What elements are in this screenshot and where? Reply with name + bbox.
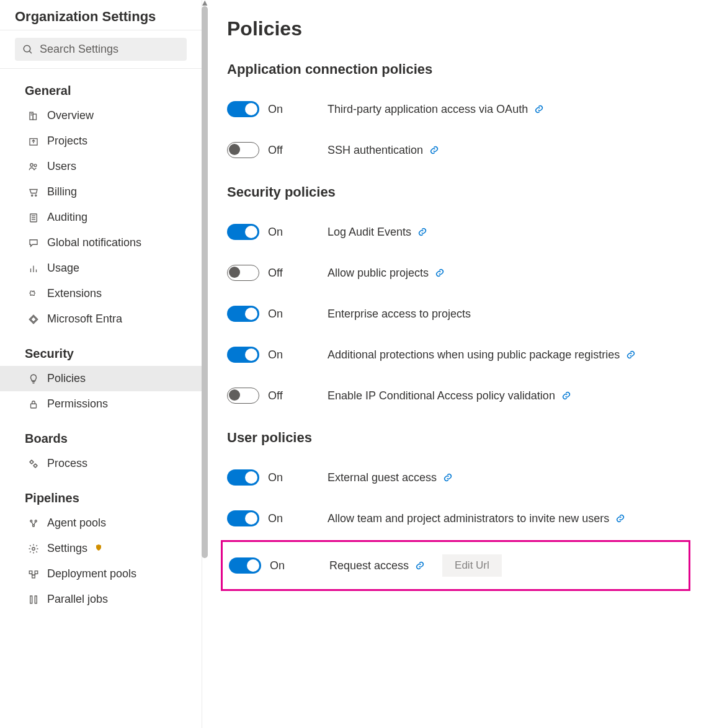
nav-item-label: Parallel jobs [47,593,108,606]
toggle-state-label: On [270,559,285,572]
policy-desc-text: Third-party application access via OAuth [328,103,528,116]
svg-point-11 [35,195,37,196]
policy-row: OnExternal guest access [227,457,684,498]
search-placeholder: Search Settings [40,43,118,56]
policy-desc-text: Additional protections when using public… [328,348,620,362]
toggle-switch[interactable] [227,101,259,117]
toggle-state-label: Off [268,144,283,157]
sidebar-item-permissions[interactable]: Permissions [0,391,202,417]
svg-point-10 [32,195,33,196]
svg-rect-21 [31,404,37,408]
link-icon[interactable] [415,561,425,570]
svg-line-28 [34,522,35,525]
svg-rect-35 [30,596,32,603]
nav-item-label: Projects [47,135,87,148]
toggle-switch[interactable] [227,347,259,363]
policy-desc-text: SSH authentication [328,144,423,157]
toggle-state-label: On [268,308,283,321]
link-icon[interactable] [561,391,571,401]
sidebar-title: Organization Settings [0,0,202,30]
policy-row: OnEnterprise access to projects [227,293,684,334]
policy-desc-text: Allow public projects [328,267,429,280]
link-icon[interactable] [435,268,445,278]
svg-rect-3 [33,114,36,120]
main-content: Policies Application connection policies… [202,0,709,728]
toggle-state-label: On [268,348,283,362]
nav-item-label: Global notifications [47,236,141,249]
svg-rect-32 [32,575,35,578]
nav-item-label: Agent pools [47,517,106,530]
nav-item-label: Auditing [47,211,87,224]
svg-rect-31 [35,570,38,574]
toggle-wrap: On [227,510,326,526]
section-header: Boards [0,417,202,451]
lock-icon [27,398,40,411]
toggle-switch[interactable] [227,265,259,281]
link-icon[interactable] [534,104,544,114]
svg-rect-30 [29,570,32,574]
link-icon[interactable] [443,473,453,482]
toggle-switch[interactable] [227,469,259,486]
search-container: Search Settings [0,30,202,69]
nav-item-label: Settings [47,542,87,555]
link-icon[interactable] [626,350,636,360]
link-icon[interactable] [429,145,439,155]
toggle-switch[interactable] [227,224,259,240]
shield-badge-icon [95,544,102,553]
bar-chart-icon [27,262,40,275]
sidebar-item-settings[interactable]: Settings [0,536,202,561]
policy-row: OnLog Audit Events [227,211,684,252]
scrollbar-thumb[interactable] [202,6,208,558]
nav-item-label: Overview [47,109,94,122]
svg-point-22 [30,460,33,463]
sidebar-item-auditing[interactable]: Auditing [0,205,202,230]
sidebar-item-billing[interactable]: Billing [0,179,202,205]
section-header: General [0,69,202,103]
sidebar-item-users[interactable]: Users [0,154,202,179]
sidebar-item-agent-pools[interactable]: Agent pools [0,510,202,536]
section-header: Security [0,332,202,366]
sidebar-item-usage[interactable]: Usage [0,255,202,281]
policy-desc: Allow team and project administrators to… [328,512,625,525]
sidebar-item-policies[interactable]: Policies [0,366,202,391]
sidebar-item-extensions[interactable]: Extensions [0,281,202,306]
toggle-switch[interactable] [227,388,259,404]
policy-desc-text: External guest access [328,471,437,484]
link-icon[interactable] [615,513,625,523]
toggle-switch[interactable] [229,557,261,574]
nav-item-label: Users [47,160,76,173]
sidebar-item-microsoft-entra[interactable]: Microsoft Entra [0,306,202,332]
cart-icon [27,186,40,198]
sidebar-item-process[interactable]: Process [0,451,202,476]
sidebar-item-deployment-pools[interactable]: Deployment pools [0,561,202,587]
policy-desc: External guest access [328,471,453,484]
policy-desc: Enable IP Conditional Access policy vali… [328,389,571,402]
toggle-switch[interactable] [227,142,259,158]
link-icon[interactable] [417,227,427,237]
sidebar-item-parallel-jobs[interactable]: Parallel jobs [0,587,202,612]
svg-rect-36 [35,596,37,603]
sidebar-item-global-notifications[interactable]: Global notifications [0,230,202,255]
gears-icon [27,458,40,470]
policy-desc-text: Log Audit Events [328,226,411,239]
sidebar-item-projects[interactable]: Projects [0,128,202,154]
sidebar-item-overview[interactable]: Overview [0,103,202,128]
svg-point-23 [34,464,37,467]
policy-desc: SSH authentication [328,144,439,157]
toggle-switch[interactable] [227,510,259,526]
search-icon [22,44,33,55]
search-input[interactable]: Search Settings [15,38,187,61]
toggle-wrap: On [227,469,326,486]
svg-line-27 [32,522,33,525]
policy-row: OffSSH authentication [227,130,684,171]
section-header: Pipelines [0,476,202,510]
toggle-wrap: Off [227,388,326,404]
policy-desc: Log Audit Events [328,226,427,239]
policy-desc: Enterprise access to projects [328,308,471,321]
edit-url-button[interactable]: Edit Url [442,554,502,577]
toggle-switch[interactable] [227,306,259,322]
svg-point-26 [33,525,35,526]
policy-row: OnThird-party application access via OAu… [227,89,684,130]
bulb-icon [27,373,40,385]
policy-row: OnAdditional protections when using publ… [227,334,684,375]
